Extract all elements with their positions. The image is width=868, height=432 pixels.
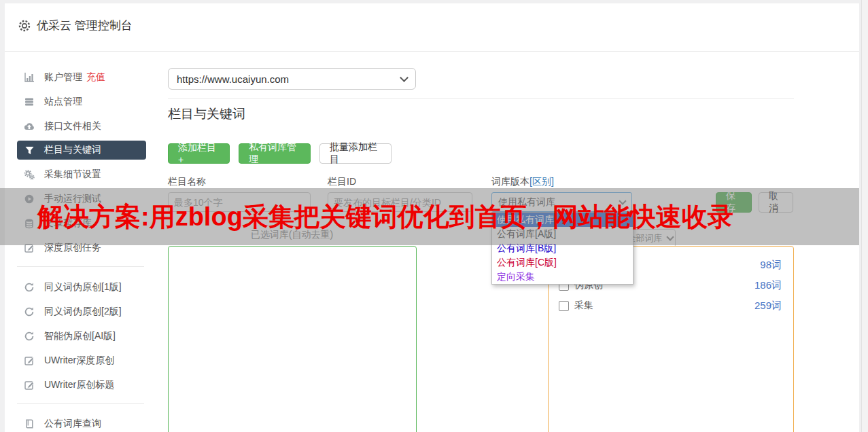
refresh-icon [23, 331, 35, 342]
edit-icon [23, 355, 35, 366]
sidebar-divider [17, 266, 144, 267]
gears-icon [23, 169, 35, 180]
site-selector-dropdown[interactable]: https://www.ucaiyun.com [168, 68, 416, 90]
recharge-badge[interactable]: 充值 [86, 71, 105, 84]
site-selector-value: https://www.ucaiyun.com [177, 73, 401, 85]
sidebar-item-sites[interactable]: 站点管理 [17, 92, 146, 111]
chevron-down-icon [400, 73, 409, 82]
batch-add-button[interactable]: 批量添加栏目 [319, 143, 392, 164]
sidebar-divider [17, 403, 144, 404]
sidebar-item-label: 栏目与关键词 [44, 144, 101, 156]
lexicon-row: 采集 259词 [559, 298, 782, 313]
version-diff-link[interactable]: [区别] [530, 176, 554, 187]
refresh-icon [23, 306, 35, 317]
selected-lexicon-box[interactable] [168, 246, 417, 432]
sidebar-item-label: 账户管理 [44, 71, 82, 84]
sidebar-item-label: UWriter原创标题 [44, 379, 114, 391]
column-name-label: 栏目名称 [168, 176, 206, 188]
sidebar-item-label: 站点管理 [44, 96, 82, 108]
sidebar-item-synonym-v2[interactable]: 同义词伪原创[2版] [17, 302, 146, 321]
lexicon-row-label: 采集 [574, 300, 593, 312]
sidebar-item-columns-keywords[interactable]: 栏目与关键词 [17, 141, 146, 160]
private-lexicon-button[interactable]: 私有词库管理 [239, 143, 311, 164]
column-id-label: 栏目ID [328, 176, 356, 188]
book-icon [23, 418, 35, 429]
sidebar-item-label: 同义词伪原创[1版] [44, 281, 122, 293]
sidebar-item-uwriter-title[interactable]: UWriter原创标题 [17, 376, 146, 395]
sidebar-item-label: 接口文件相关 [44, 120, 101, 132]
promo-banner-overlay: 解决方案:用zblog采集把关键词优化到首页，网站能快速收录 [0, 188, 859, 245]
sidebar-item-interface-files[interactable]: 接口文件相关 [17, 117, 146, 136]
option-public-c[interactable]: 公有词库[C版] [492, 255, 633, 270]
sidebar-item-label: 智能伪原创[AI版] [44, 330, 116, 342]
sidebar-item-uwriter-deep[interactable]: UWriter深度原创 [17, 351, 146, 370]
gear-icon [18, 19, 31, 33]
option-directed-collect[interactable]: 定向采集 [492, 270, 633, 284]
sidebar-item-account[interactable]: 账户管理 充值 [17, 68, 146, 87]
sidebar-item-synonym-v1[interactable]: 同义词伪原创[1版] [17, 278, 146, 297]
sidebar-item-collect-settings[interactable]: 采集细节设置 [17, 165, 146, 184]
word-count: 186词 [754, 279, 782, 292]
sidebar-item-ai-pseudo[interactable]: 智能伪原创[AI版] [17, 327, 146, 346]
edit-icon [23, 380, 35, 391]
promo-banner-text: 解决方案:用zblog采集把关键词优化到首页，网站能快速收录 [0, 200, 733, 234]
word-count: 98词 [760, 259, 782, 272]
sidebar-item-label: 采集细节设置 [44, 168, 101, 181]
filter-icon [23, 145, 35, 156]
sidebar-item-public-lexicon-query[interactable]: 公有词库查询 [17, 414, 146, 432]
lexicon-version-label: 词库版本[区别] [491, 176, 554, 188]
checkbox[interactable] [559, 301, 569, 311]
add-column-button[interactable]: 添加栏目 + [168, 143, 230, 164]
content-divider [168, 98, 794, 99]
sidebar-item-label: 同义词伪原创[2版] [44, 306, 122, 318]
word-count: 259词 [754, 300, 782, 312]
cloud-upload-icon [23, 121, 35, 132]
page-title: 栏目与关键词 [168, 105, 245, 123]
refresh-icon [23, 282, 35, 293]
app-title: 优采云 管理控制台 [37, 18, 133, 33]
sidebar-item-label: 公有词库查询 [44, 418, 101, 430]
vertical-scrollbar[interactable] [861, 0, 868, 432]
header-bar [5, 3, 859, 52]
bar-chart-icon [23, 72, 35, 83]
list-icon [23, 96, 35, 107]
sidebar-item-label: UWriter深度原创 [44, 355, 114, 367]
